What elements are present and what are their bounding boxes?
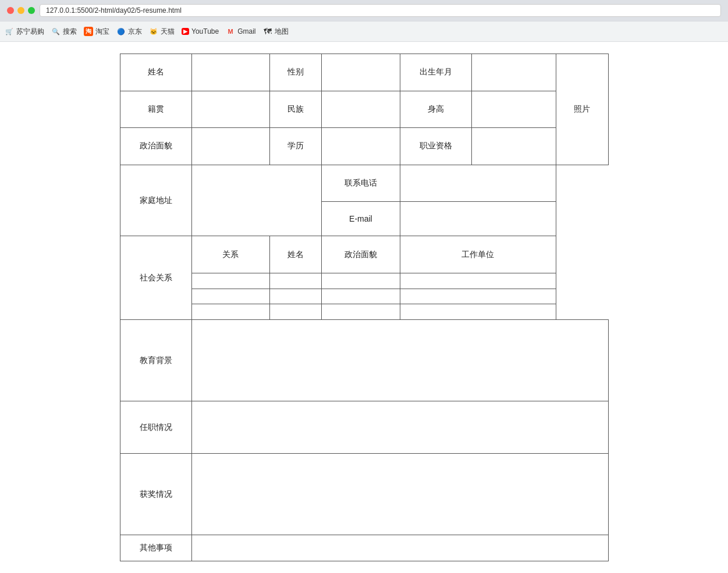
table-row: 政治面貌 学历 职业资格 xyxy=(120,128,608,165)
email-value xyxy=(400,202,556,236)
social-relations-label: 社会关系 xyxy=(120,236,191,320)
nav-tmall-label: 天猫 xyxy=(161,27,175,37)
nav-search-label: 搜索 xyxy=(63,27,77,37)
other-label: 其他事项 xyxy=(120,535,191,561)
sr2-work xyxy=(400,289,556,304)
ethnicity-label: 民族 xyxy=(269,91,321,128)
url-text: 127.0.0.1:5500/2-html/day02/5-resume.htm… xyxy=(46,6,182,15)
nav-jd[interactable]: 🔵 京东 xyxy=(116,27,142,37)
politics-value xyxy=(191,128,269,165)
ethnicity-value xyxy=(322,91,400,128)
relation-name-header: 姓名 xyxy=(269,236,321,273)
gender-label: 性别 xyxy=(269,54,321,91)
name-value xyxy=(191,54,269,91)
table-row: 其他事项 xyxy=(120,535,608,561)
sr3-politics xyxy=(322,304,400,320)
table-row: 家庭地址 联系电话 xyxy=(120,165,608,202)
education-bg-value xyxy=(191,320,608,401)
nav-search[interactable]: 🔍 搜索 xyxy=(51,27,77,37)
minimize-button[interactable] xyxy=(17,7,24,14)
address-bar[interactable]: 127.0.0.1:5500/2-html/day02/5-resume.htm… xyxy=(40,4,721,17)
table-row xyxy=(120,273,608,289)
table-row xyxy=(120,304,608,320)
nav-tmall[interactable]: 🐱 天猫 xyxy=(149,27,175,37)
nav-gmail-label: Gmail xyxy=(237,27,255,35)
resume-table: 姓名 性别 出生年月 照片 籍贯 民族 身高 政治面貌 学历 职业资格 xyxy=(120,54,609,561)
sr1-name xyxy=(269,273,321,289)
sr2-politics xyxy=(322,289,400,304)
awards-value xyxy=(191,454,608,535)
suning-icon: 🛒 xyxy=(5,27,14,36)
tmall-icon: 🐱 xyxy=(149,27,158,36)
other-value xyxy=(191,535,608,561)
close-button[interactable] xyxy=(7,7,14,14)
nav-maps-label: 地图 xyxy=(275,27,289,37)
nav-taobao-label: 淘宝 xyxy=(95,27,109,37)
maps-icon: 🗺 xyxy=(263,27,272,36)
bookmarks-bar: 🛒 苏宁易购 🔍 搜索 淘 淘宝 🔵 京东 🐱 天猫 ▶ YouTube M G… xyxy=(0,21,728,42)
jd-icon: 🔵 xyxy=(116,27,126,36)
table-row: 社会关系 关系 姓名 政治面貌 工作单位 xyxy=(120,236,608,273)
table-row: 获奖情况 xyxy=(120,454,608,535)
address-label: 家庭地址 xyxy=(120,165,191,236)
hometown-label: 籍贯 xyxy=(120,91,191,128)
sr3-relation xyxy=(191,304,269,320)
table-row xyxy=(120,289,608,304)
sr2-name xyxy=(269,289,321,304)
birthdate-label: 出生年月 xyxy=(400,54,471,91)
awards-label: 获奖情况 xyxy=(120,454,191,535)
work-unit-header: 工作单位 xyxy=(400,236,556,273)
hometown-value xyxy=(191,91,269,128)
height-value xyxy=(471,91,556,128)
youtube-icon: ▶ xyxy=(182,28,189,35)
email-label: E-mail xyxy=(322,202,400,236)
table-row: 姓名 性别 出生年月 照片 xyxy=(120,54,608,91)
sr3-name xyxy=(269,304,321,320)
work-history-label: 任职情况 xyxy=(120,401,191,454)
qualification-value xyxy=(471,128,556,165)
table-row: 任职情况 xyxy=(120,401,608,454)
nav-suning[interactable]: 🛒 苏宁易购 xyxy=(5,27,44,37)
nav-jd-label: 京东 xyxy=(128,27,142,37)
maximize-button[interactable] xyxy=(28,7,35,14)
qualification-label: 职业资格 xyxy=(400,128,471,165)
traffic-lights xyxy=(7,7,35,14)
nav-youtube-label: YouTube xyxy=(191,27,219,35)
nav-youtube[interactable]: ▶ YouTube xyxy=(182,27,219,35)
title-bar: 127.0.0.1:5500/2-html/day02/5-resume.htm… xyxy=(0,0,728,21)
table-row: 籍贯 民族 身高 xyxy=(120,91,608,128)
sr1-work xyxy=(400,273,556,289)
search-icon: 🔍 xyxy=(51,27,61,36)
gender-value xyxy=(322,54,400,91)
height-label: 身高 xyxy=(400,91,471,128)
nav-maps[interactable]: 🗺 地图 xyxy=(263,27,289,37)
relation-header: 关系 xyxy=(191,236,269,273)
education-label: 学历 xyxy=(269,128,321,165)
relation-politics-header: 政治面貌 xyxy=(322,236,400,273)
nav-taobao[interactable]: 淘 淘宝 xyxy=(84,27,109,37)
address-value xyxy=(191,165,322,236)
page-content: 姓名 性别 出生年月 照片 籍贯 民族 身高 政治面貌 学历 职业资格 xyxy=(0,42,728,573)
work-history-value xyxy=(191,401,608,454)
nav-suning-label: 苏宁易购 xyxy=(16,27,44,37)
education-bg-label: 教育背景 xyxy=(120,320,191,401)
table-row: 教育背景 xyxy=(120,320,608,401)
birthdate-value xyxy=(471,54,556,91)
sr1-politics xyxy=(322,273,400,289)
politics-label: 政治面貌 xyxy=(120,128,191,165)
sr1-relation xyxy=(191,273,269,289)
phone-label: 联系电话 xyxy=(322,165,400,202)
taobao-icon: 淘 xyxy=(84,27,93,36)
sr2-relation xyxy=(191,289,269,304)
photo-label: 照片 xyxy=(556,54,608,165)
education-value xyxy=(322,128,400,165)
nav-gmail[interactable]: M Gmail xyxy=(226,27,255,36)
gmail-icon: M xyxy=(226,27,235,36)
name-label: 姓名 xyxy=(120,54,191,91)
sr3-work xyxy=(400,304,556,320)
phone-value xyxy=(400,165,556,202)
